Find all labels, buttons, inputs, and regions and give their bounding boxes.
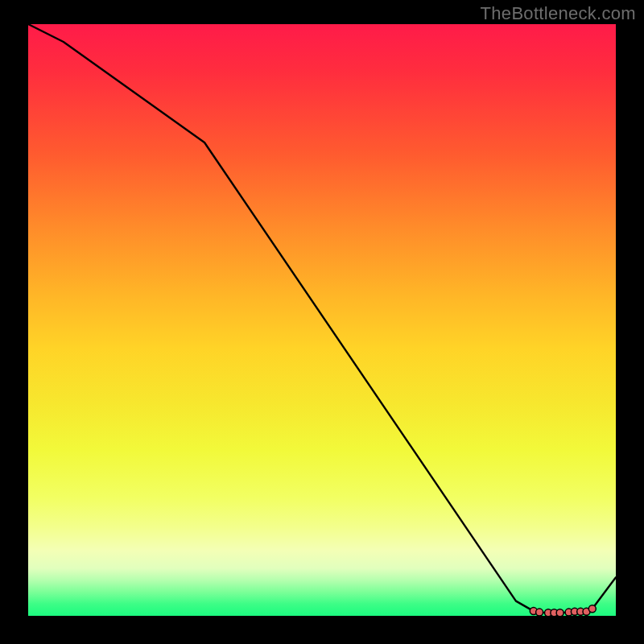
data-point — [536, 609, 543, 616]
plot-svg — [28, 24, 616, 616]
data-point — [556, 609, 564, 616]
chart-canvas: TheBottleneck.com — [0, 0, 644, 644]
data-line — [28, 24, 616, 613]
plot-area — [28, 24, 616, 616]
data-point — [588, 605, 596, 613]
data-markers — [530, 605, 596, 616]
watermark-text: TheBottleneck.com — [481, 3, 636, 24]
